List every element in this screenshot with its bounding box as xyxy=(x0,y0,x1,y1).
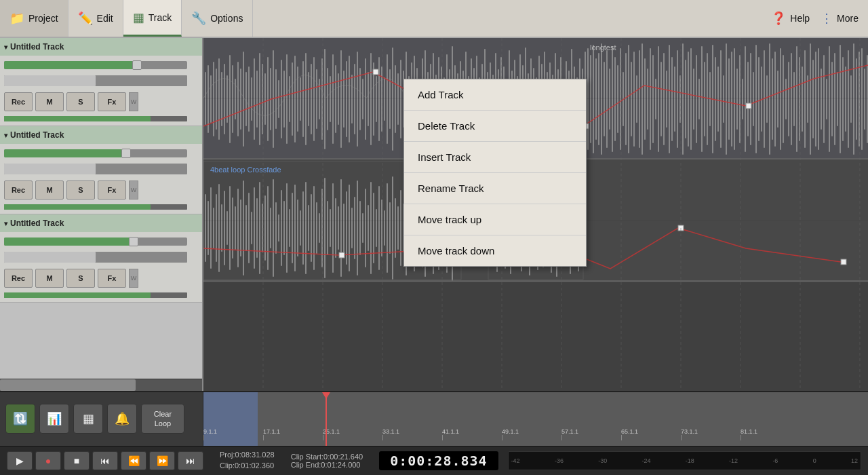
mixer-btn[interactable]: 📊 xyxy=(39,404,69,434)
svg-rect-5 xyxy=(210,75,212,123)
svg-rect-321 xyxy=(387,183,388,273)
pan-row-2[interactable] xyxy=(4,164,187,174)
mute-btn-2[interactable]: M xyxy=(35,180,64,200)
grid-btn[interactable]: ▦ xyxy=(73,404,103,434)
horizontal-scrollbar[interactable] xyxy=(0,379,202,391)
svg-rect-288 xyxy=(297,200,298,256)
volume-slider-1[interactable] xyxy=(4,61,187,69)
project-menu-btn[interactable]: 📁 Project xyxy=(0,0,68,37)
mute-btn-3[interactable]: M xyxy=(35,269,64,288)
track-menu-btn[interactable]: ▦ Track xyxy=(123,0,182,37)
svg-rect-223 xyxy=(802,66,803,132)
metronome-btn[interactable]: 🔔 xyxy=(107,404,137,434)
svg-rect-160 xyxy=(631,62,632,136)
svg-rect-304 xyxy=(340,179,342,277)
context-menu-move-up[interactable]: Move track up xyxy=(404,204,586,235)
volume-row-3 xyxy=(4,235,198,248)
proj-time-display: Proj:0:08:31.028 Clip:0:01:02.360 xyxy=(220,450,275,471)
svg-rect-282 xyxy=(281,190,282,266)
svg-rect-198 xyxy=(734,48,735,150)
volume-slider-3[interactable] xyxy=(4,238,187,246)
ruler-tick-0 xyxy=(203,435,204,440)
fx-btn-3[interactable]: Fx xyxy=(98,269,126,288)
svg-rect-56 xyxy=(349,56,350,142)
rec-btn-2[interactable]: Rec xyxy=(4,180,33,200)
options-label: Options xyxy=(210,13,243,24)
ruler-label-8: 73.1.1 xyxy=(681,428,698,435)
svg-rect-295 xyxy=(316,202,317,254)
svg-rect-255 xyxy=(208,201,209,255)
svg-rect-71 xyxy=(389,69,391,129)
timeline-ruler-area[interactable]: 9.1.1 17.1.1 25.1.1 33.1.1 41.1.1 xyxy=(203,392,868,446)
svg-rect-182 xyxy=(690,48,692,150)
svg-rect-33 xyxy=(286,54,288,144)
svg-rect-31 xyxy=(281,60,282,138)
solo-btn-3[interactable]: S xyxy=(66,269,95,288)
edit-icon: ✏️ xyxy=(78,11,93,26)
end-btn[interactable]: ⏭ xyxy=(178,451,203,470)
svg-rect-147 xyxy=(595,58,597,140)
record-btn[interactable]: ● xyxy=(35,451,61,470)
ruler-label-5: 49.1.1 xyxy=(502,428,519,435)
solo-btn-2[interactable]: S xyxy=(66,180,95,200)
play-btn[interactable]: ▶ xyxy=(7,451,33,470)
svg-rect-303 xyxy=(338,206,339,250)
svg-rect-72 xyxy=(392,48,393,151)
edit-menu-btn[interactable]: ✏️ Edit xyxy=(68,0,123,37)
svg-rect-324 xyxy=(395,198,396,258)
svg-rect-163 xyxy=(639,50,640,148)
loop-btn[interactable]: 🔃 xyxy=(5,404,35,434)
rewind-btn[interactable]: ⏮ xyxy=(92,451,118,470)
svg-rect-235 xyxy=(834,53,835,145)
svg-rect-70 xyxy=(387,54,388,144)
svg-rect-6 xyxy=(213,62,214,136)
proj-time-label: Proj:0:08:31.028 xyxy=(220,450,275,460)
svg-rect-174 xyxy=(669,45,670,153)
stop-btn[interactable]: ■ xyxy=(64,451,90,470)
context-menu-move-down[interactable]: Move track down xyxy=(404,235,586,266)
svg-rect-159 xyxy=(628,45,629,153)
svg-rect-57 xyxy=(351,75,353,124)
svg-rect-325 xyxy=(397,206,399,250)
pan-row-1[interactable] xyxy=(4,75,187,86)
fx-btn-1[interactable]: Fx xyxy=(98,92,126,111)
svg-rect-308 xyxy=(351,208,353,248)
volume-row-2 xyxy=(4,147,198,160)
svg-rect-26 xyxy=(267,57,269,141)
options-menu-btn[interactable]: 🔧 Options xyxy=(182,0,253,37)
rec-btn-3[interactable]: Rec xyxy=(4,269,33,288)
svg-rect-269 xyxy=(245,205,247,251)
volume-slider-2[interactable] xyxy=(4,149,187,157)
svg-rect-229 xyxy=(818,48,819,150)
svg-rect-227 xyxy=(812,60,814,138)
fx-btn-2[interactable]: Fx xyxy=(98,180,126,200)
svg-rect-219 xyxy=(791,53,792,145)
context-menu-insert-track[interactable]: Insert Track xyxy=(404,142,586,173)
rec-btn-1[interactable]: Rec xyxy=(4,92,33,111)
clip-end-label: Clip End:0:01:24.000 xyxy=(291,461,363,469)
svg-rect-42 xyxy=(311,64,312,134)
more-btn[interactable]: ⋮ More xyxy=(821,11,859,26)
next-btn[interactable]: ⏩ xyxy=(149,451,175,470)
help-btn[interactable]: ❓ Help xyxy=(771,11,810,26)
svg-rect-16 xyxy=(240,69,241,130)
pan-row-3[interactable] xyxy=(4,252,187,263)
context-menu-rename-track[interactable]: Rename Track xyxy=(404,173,586,204)
track-chevron-1: ▾ xyxy=(4,43,7,51)
project-icon: 📁 xyxy=(9,11,24,26)
svg-rect-185 xyxy=(698,79,700,119)
svg-rect-249 xyxy=(373,69,378,75)
svg-rect-35 xyxy=(292,62,293,136)
context-menu-delete-track[interactable]: Delete Track xyxy=(404,111,586,142)
prev-btn[interactable]: ⏪ xyxy=(121,451,146,470)
btn-row-2: Rec M S Fx W xyxy=(4,178,198,201)
clear-loop-btn[interactable]: Clear Loop xyxy=(141,404,184,434)
svg-rect-258 xyxy=(216,194,217,262)
svg-rect-326 xyxy=(400,190,401,266)
context-menu-add-track[interactable]: Add Track xyxy=(404,79,586,111)
ruler-mark-8: 73.1.1 xyxy=(681,428,741,440)
svg-rect-261 xyxy=(224,191,225,265)
svg-rect-156 xyxy=(620,48,621,150)
solo-btn-1[interactable]: S xyxy=(66,92,95,111)
mute-btn-1[interactable]: M xyxy=(35,92,64,111)
